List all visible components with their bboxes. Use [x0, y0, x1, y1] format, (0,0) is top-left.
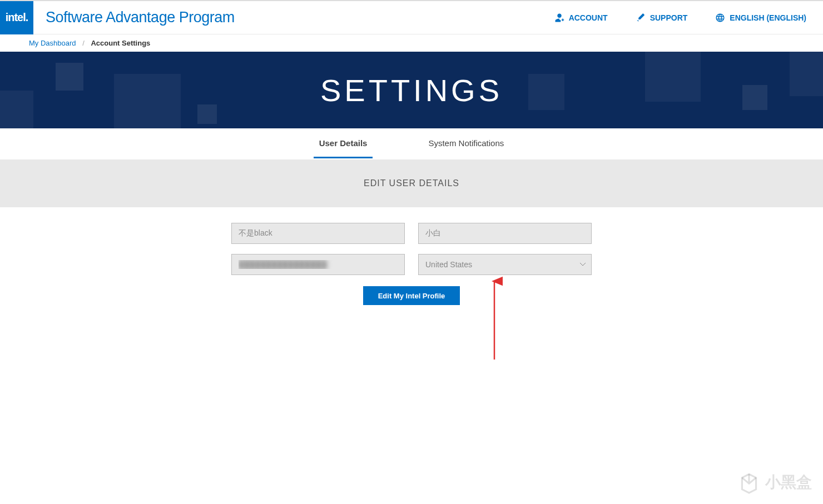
header: intel. Software Advantage Program ACCOUN…	[0, 1, 823, 34]
watermark-text: 小黑盒	[765, 472, 812, 493]
support-label: SUPPORT	[650, 13, 688, 22]
banner-title: SETTINGS	[320, 72, 503, 108]
account-icon	[554, 13, 564, 23]
watermark: 小黑盒	[737, 471, 812, 494]
section-edit-user-details: EDIT USER DETAILS	[0, 159, 823, 207]
user-details-form: United States Edit My Intel Profile	[0, 223, 823, 305]
language-label: ENGLISH (ENGLISH)	[730, 13, 806, 22]
top-nav: ACCOUNT SUPPORT ENGLISH (ENGLISH)	[554, 13, 823, 23]
globe-icon	[715, 13, 725, 23]
watermark-logo-icon	[737, 471, 761, 494]
breadcrumb: My Dashboard / Account Settings	[0, 34, 823, 52]
support-icon	[636, 13, 646, 23]
tab-user-details[interactable]: User Details	[314, 129, 373, 158]
settings-tabs: User Details System Notifications	[0, 128, 823, 159]
support-link[interactable]: SUPPORT	[636, 13, 688, 23]
last-name-input[interactable]	[418, 223, 592, 244]
language-link[interactable]: ENGLISH (ENGLISH)	[715, 13, 806, 23]
account-label: ACCOUNT	[569, 13, 608, 22]
settings-banner: SETTINGS	[0, 52, 823, 128]
first-name-input[interactable]	[231, 223, 405, 244]
country-select[interactable]: United States	[418, 254, 592, 275]
edit-profile-button[interactable]: Edit My Intel Profile	[363, 286, 460, 305]
breadcrumb-home[interactable]: My Dashboard	[29, 39, 76, 47]
account-link[interactable]: ACCOUNT	[554, 13, 608, 23]
tab-system-notifications[interactable]: System Notifications	[423, 129, 509, 158]
logo-text: intel.	[6, 11, 28, 24]
intel-logo[interactable]: intel.	[0, 1, 33, 34]
email-input[interactable]	[231, 254, 405, 275]
brand-title[interactable]: Software Advantage Program	[46, 9, 235, 26]
breadcrumb-current: Account Settings	[91, 39, 150, 47]
breadcrumb-separator: /	[82, 39, 85, 47]
